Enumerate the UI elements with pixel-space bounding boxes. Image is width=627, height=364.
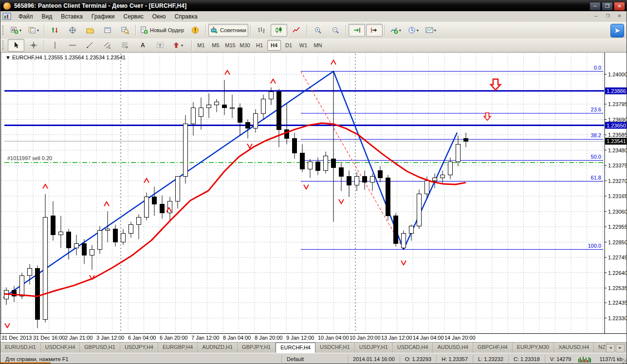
candle-47[interactable] (370, 177, 375, 182)
strategy-tester-button[interactable] (117, 24, 133, 36)
equidistant-channel-tool[interactable]: E (99, 39, 116, 52)
chart-tab-USDJPY,H4[interactable]: USDJPY,H4 (120, 343, 158, 353)
menu-Окно[interactable]: Окно (148, 12, 170, 21)
templates-button[interactable]: ▾ (423, 24, 439, 36)
candle-57[interactable] (448, 162, 453, 175)
scroll-left-button[interactable]: ◄ (606, 344, 615, 352)
chart-tab-GBPUSD,H1[interactable]: GBPUSD,H1 (80, 343, 120, 353)
status-profile[interactable]: Default (281, 355, 348, 363)
timeframe-M1[interactable]: M1 (194, 40, 208, 51)
crosshair-tool[interactable] (25, 39, 42, 52)
candle-9[interactable] (74, 244, 79, 248)
candle-4[interactable] (36, 269, 40, 320)
candle-45[interactable] (355, 177, 359, 185)
candle-39[interactable] (308, 162, 313, 169)
chart-tab-USDJPY,H1[interactable]: USDJPY,H1 (355, 343, 393, 353)
candle-14[interactable] (113, 229, 118, 242)
chart-tab-EURCHF,H4[interactable]: EURCHF,H4 (276, 343, 315, 353)
candle-10[interactable] (82, 244, 87, 255)
candle-16[interactable] (129, 225, 133, 234)
chart-tab-USDCAD,H4[interactable]: USDCAD,H4 (393, 343, 433, 353)
arrows-tool[interactable]: ▾ (169, 39, 186, 52)
candle-8[interactable] (67, 232, 71, 248)
mdi-minimize-button[interactable]: ─ (591, 12, 601, 21)
resize-grip[interactable] (621, 359, 627, 364)
candle-49[interactable] (386, 178, 390, 216)
auto-scroll-button[interactable] (349, 24, 365, 36)
data-window-button[interactable] (64, 24, 81, 36)
candle-31[interactable] (246, 123, 250, 128)
candle-41[interactable] (324, 156, 328, 171)
timeframe-H4[interactable]: H4 (267, 40, 281, 51)
chart-tab-XAUUSD,H4[interactable]: XAUUSD,H4 (554, 343, 594, 353)
timeframe-M30[interactable]: M30 (238, 40, 252, 51)
timeframe-D1[interactable]: D1 (282, 40, 295, 51)
candle-3[interactable] (28, 269, 32, 276)
dropdown-arrow-icon[interactable]: ▾ (399, 28, 401, 33)
candle-18[interactable] (145, 197, 149, 218)
horizontal-line-tool[interactable] (64, 39, 81, 52)
candle-43[interactable] (339, 168, 344, 177)
dropdown-arrow-icon[interactable]: ▾ (434, 28, 436, 33)
dropdown-arrow-icon[interactable]: ▾ (181, 43, 183, 48)
indicators-button[interactable]: ▾ (387, 24, 404, 36)
dropdown-arrow-icon[interactable]: ▾ (37, 28, 39, 33)
candle-30[interactable] (238, 108, 242, 123)
close-button[interactable]: ✕ (614, 2, 625, 11)
expert-advisors-button[interactable]: Советники (208, 24, 248, 36)
candle-7[interactable] (59, 232, 63, 235)
candle-53[interactable] (417, 194, 422, 226)
candle-24[interactable] (191, 108, 196, 124)
dropdown-arrow-icon[interactable]: ▾ (417, 28, 419, 33)
timeframe-H1[interactable]: H1 (253, 40, 266, 51)
profiles-button[interactable]: ▾ (25, 24, 42, 36)
candle-48[interactable] (378, 171, 383, 178)
candle-2[interactable] (20, 276, 24, 296)
timeframe-W1[interactable]: W1 (296, 40, 310, 51)
cursor-tool[interactable] (8, 39, 24, 52)
candle-20[interactable] (160, 204, 165, 213)
zoom-out-button[interactable] (327, 24, 344, 36)
candle-13[interactable] (106, 229, 110, 231)
mdi-restore-button[interactable]: ❐ (603, 12, 613, 21)
chart-area[interactable]: 0.023.638.250.061.8100.0#1011997 sell 0.… (0, 52, 627, 334)
terminal-button[interactable] (99, 24, 116, 36)
timeframe-M15[interactable]: M15 (223, 40, 237, 51)
chart-tab-AUDUSD,H4[interactable]: AUDUSD,H4 (433, 343, 473, 353)
new-chart-button[interactable]: ▾ (8, 24, 24, 36)
vertical-line-tool[interactable] (47, 39, 63, 52)
menu-Вид[interactable]: Вид (37, 12, 57, 21)
candle-51[interactable] (402, 234, 406, 248)
trendline-tool[interactable] (82, 39, 98, 52)
candle-28[interactable] (222, 105, 227, 108)
candle-37[interactable] (293, 139, 297, 153)
time-axis[interactable]: 31 Dec 201331 Dec 16:002 Jan 21:003 Jan … (0, 333, 627, 343)
timeframe-MN[interactable]: MN (311, 40, 325, 51)
candle-15[interactable] (121, 234, 126, 242)
chart-shift-button[interactable] (366, 24, 383, 36)
text-tool[interactable]: A (134, 39, 151, 52)
candle-29[interactable] (230, 108, 235, 109)
menu-Сервис[interactable]: Сервис (119, 12, 148, 21)
candle-32[interactable] (254, 114, 258, 128)
community-button[interactable]: ➤ (610, 24, 624, 37)
candle-36[interactable] (285, 130, 289, 139)
chart-tab-AUDNZD,H1[interactable]: AUDNZD,H1 (198, 343, 238, 353)
chart-tab-USDCHF,H1[interactable]: USDCHF,H1 (315, 343, 355, 353)
chart-tab-GBPCHF,H4[interactable]: GBPCHF,H4 (473, 343, 513, 353)
candle-17[interactable] (137, 218, 141, 225)
candle-38[interactable] (300, 153, 305, 169)
candle-6[interactable] (51, 216, 55, 235)
candle-46[interactable] (363, 177, 367, 182)
alert-button[interactable] (187, 24, 203, 36)
candle-42[interactable] (332, 159, 336, 168)
text-label-tool[interactable]: T (152, 39, 168, 52)
candle-56[interactable] (441, 175, 445, 178)
candle-52[interactable] (409, 226, 414, 234)
candle-54[interactable] (425, 181, 429, 194)
candle-55[interactable] (433, 178, 437, 181)
candle-26[interactable] (207, 105, 211, 108)
candle-25[interactable] (199, 108, 203, 117)
chart-tab-EURUSD,H1[interactable]: EURUSD,H1 (0, 343, 41, 353)
candlestick-chart-button[interactable] (271, 24, 287, 36)
